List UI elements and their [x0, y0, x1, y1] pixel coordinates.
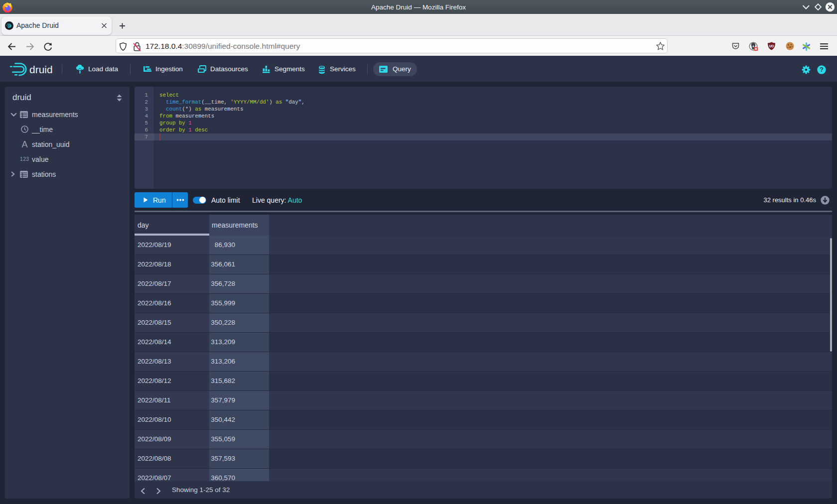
svg-text:?: ? [820, 66, 824, 73]
svg-text:UO: UO [769, 44, 774, 48]
